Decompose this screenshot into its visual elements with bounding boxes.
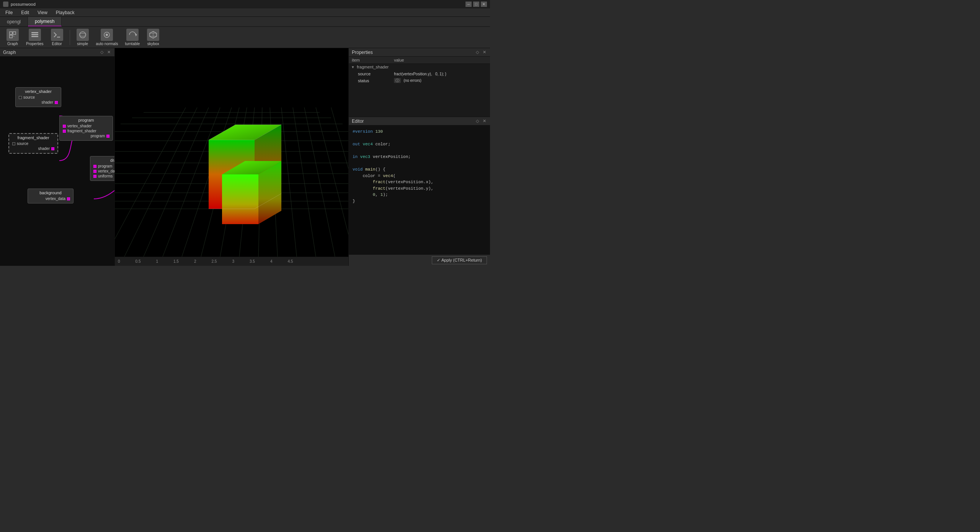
graph-canvas[interactable]: vertex_shader source shader fragment_sha…	[0, 57, 114, 266]
port-draw-prog: program	[93, 164, 114, 168]
tab-opengl[interactable]: opengl	[0, 17, 28, 26]
graph-panel-title: Graph	[3, 50, 16, 55]
props-row-source: source fract(vertexPosition.y), 0, 1); }	[349, 71, 490, 77]
properties-header-icons: ◇ ✕	[475, 50, 487, 55]
timeline-marker-8: 4	[270, 259, 273, 264]
port-prog-fs: fragment_shader	[63, 129, 109, 133]
port-dot-prog-fs-in	[63, 130, 66, 133]
skybox-label: skybox	[147, 42, 159, 46]
menubar: File Edit View Playback	[0, 8, 490, 17]
status-badge: ⓘ	[394, 78, 401, 83]
timeline-marker-5: 2.5	[212, 259, 217, 264]
tab-polymesh[interactable]: polymesh	[28, 17, 62, 26]
window-controls: ─ □ ✕	[466, 2, 487, 7]
editor-label: Editor	[52, 42, 62, 46]
toolbar-properties[interactable]: Properties	[23, 27, 47, 47]
props-label-status: status	[349, 77, 391, 85]
port-dot-vs-shader-out	[55, 101, 58, 104]
auto-normals-label: auto normals	[96, 42, 118, 46]
timeline: 0 0.5 1 1.5 2 2.5 3 3.5 4 4.5	[115, 257, 348, 266]
port-vs-source: source	[19, 95, 58, 99]
graph-panel-header: Graph ◇ ✕	[0, 48, 114, 57]
viewport[interactable]: 0 0.5 1 1.5 2 2.5 3 3.5 4 4.5	[115, 48, 348, 266]
node-vertex-shader[interactable]: vertex_shader source shader	[15, 87, 61, 107]
toolbar-graph[interactable]: Graph	[3, 27, 22, 47]
node-draw[interactable]: draw program vertex_data uniforms	[90, 156, 114, 181]
timeline-marker-0: 0	[118, 259, 120, 264]
editor-pin-icon[interactable]: ◇	[475, 119, 480, 124]
toolbar-turntable[interactable]: turntable	[122, 27, 143, 47]
timeline-marker-6: 3	[232, 259, 234, 264]
editor-panel-header: Editor ◇ ✕	[349, 117, 490, 125]
props-col-item: item	[349, 57, 391, 64]
node-background-title: background	[31, 190, 70, 195]
editor-content-area[interactable]: #version 130 out vec4 color; in vec3 ver…	[349, 125, 490, 254]
graph-label: Graph	[7, 42, 18, 46]
port-dot-prog-vs-in	[63, 125, 66, 128]
close-button[interactable]: ✕	[481, 2, 487, 7]
toolbar-editor[interactable]: Editor	[47, 27, 67, 47]
port-prog-out: program	[63, 134, 109, 138]
properties-panel-header: Properties ◇ ✕	[349, 48, 490, 57]
svg-rect-1	[13, 32, 16, 34]
toolbar-auto-normals[interactable]: auto normals	[93, 27, 121, 47]
svg-marker-49	[222, 174, 258, 224]
port-fs-shader: shader	[12, 146, 54, 151]
maximize-button[interactable]: □	[473, 2, 479, 7]
timeline-marker-2: 1	[156, 259, 158, 264]
svg-rect-5	[31, 32, 38, 33]
port-fs-source: source	[12, 142, 54, 146]
menu-playback[interactable]: Playback	[52, 9, 78, 16]
svg-rect-0	[10, 32, 12, 34]
properties-pin-icon[interactable]: ◇	[475, 50, 480, 55]
timeline-marker-1: 0.5	[136, 259, 141, 264]
node-fragment-shader-title: fragment_shader	[12, 135, 54, 140]
editor-header-icons: ◇ ✕	[475, 119, 487, 124]
svg-point-9	[80, 32, 86, 38]
timeline-marker-4: 2	[194, 259, 196, 264]
auto-normals-icon	[101, 29, 113, 41]
graph-icon	[7, 29, 19, 41]
editor-panel-title: Editor	[352, 119, 364, 124]
main-layout: Graph ◇ ✕ vertex_shader	[0, 48, 490, 266]
properties-panel: Properties ◇ ✕ item value ▾	[349, 48, 490, 117]
toolbar-simple[interactable]: simple	[73, 27, 92, 47]
props-value-source[interactable]: fract(vertexPosition.y), 0, 1); }	[391, 71, 490, 77]
port-bg-vd: vertex_data	[31, 197, 70, 201]
props-col-value: value	[391, 57, 490, 64]
svg-rect-7	[31, 36, 38, 37]
minimize-button[interactable]: ─	[466, 2, 472, 7]
app-icon	[3, 2, 8, 7]
timeline-marker-7: 3.5	[250, 259, 255, 264]
svg-point-10	[80, 33, 86, 36]
node-program[interactable]: program vertex_shader fragment_shader pr…	[59, 116, 113, 141]
menu-view[interactable]: View	[34, 9, 51, 16]
svg-rect-2	[10, 35, 12, 38]
node-program-title: program	[63, 118, 109, 122]
turntable-icon	[126, 29, 139, 41]
toolbar: Graph Properties Editor simple	[0, 27, 490, 48]
port-dot-draw-vd	[93, 170, 96, 173]
node-vertex-shader-title: vertex_shader	[19, 89, 58, 94]
node-fragment-shader[interactable]: fragment_shader source shader	[8, 133, 58, 154]
properties-panel-title: Properties	[352, 50, 373, 55]
toolbar-skybox[interactable]: skybox	[144, 27, 163, 47]
editor-close-icon[interactable]: ✕	[482, 119, 487, 124]
graph-close-icon[interactable]: ✕	[106, 50, 111, 55]
props-row-status: status ⓘ (no errors)	[349, 77, 490, 85]
node-background[interactable]: background vertex_data	[28, 189, 74, 203]
svg-point-12	[106, 34, 108, 36]
port-dot-fs-shader-out	[51, 147, 54, 150]
apply-button[interactable]: ✓ Apply (CTRL+Return)	[432, 256, 487, 264]
simple-label: simple	[77, 42, 88, 46]
menu-edit[interactable]: Edit	[17, 9, 33, 16]
port-dot-draw-uni	[93, 175, 96, 178]
port-dot-vs-source	[19, 96, 22, 99]
properties-label: Properties	[26, 42, 44, 46]
expand-icon[interactable]: ▾	[352, 65, 354, 69]
node-draw-title: draw	[93, 158, 114, 163]
timeline-marker-3: 1.5	[173, 259, 179, 264]
properties-close-icon[interactable]: ✕	[482, 50, 487, 55]
graph-pin-icon[interactable]: ◇	[99, 50, 105, 55]
menu-file[interactable]: File	[2, 9, 16, 16]
